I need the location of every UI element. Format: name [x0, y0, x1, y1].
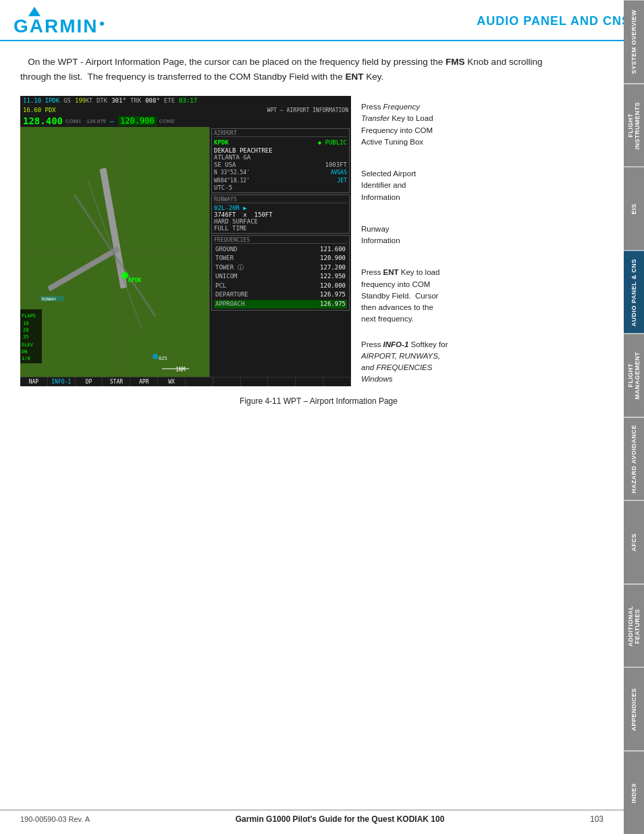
status-trk-label: TRK	[130, 97, 141, 104]
svg-text:FLAPS: FLAPS	[22, 313, 36, 319]
com1-active-freq: 128.400	[23, 115, 63, 126]
airport-lon: W084°18.12'	[214, 177, 250, 184]
softkey-info1[interactable]: INFO-1	[48, 377, 76, 386]
svg-point-21	[153, 354, 158, 359]
airport-utc: UTC-5	[214, 184, 347, 191]
sidebar-tab-appendices[interactable]: APPENDICES	[624, 667, 644, 751]
figure-area: 11.10 IPDK GS 199KT DTK 301° TRK 008° ET…	[20, 96, 610, 391]
com2-standby-freq: 120.900	[118, 116, 157, 126]
airport-lat: N 33°52.54'	[214, 169, 250, 176]
status-dtk-val: 301°	[111, 97, 126, 104]
status-speed: 199KT	[75, 97, 92, 104]
status-pdx: 16.60 PDX	[23, 107, 56, 113]
runways-section-title: RUNWAYS	[214, 197, 347, 203]
softkey-blank5	[296, 377, 323, 386]
softkey-star[interactable]: STAR	[103, 377, 130, 386]
status-ete-val: 03:17	[179, 97, 197, 104]
svg-text:DN: DN	[22, 349, 27, 355]
runway-surface: HARD SURFACE	[214, 218, 347, 225]
sidebar-tab-index[interactable]: INDEX	[624, 751, 644, 835]
airport-city: ATLANTA GA	[214, 154, 347, 161]
runways-section: RUNWAYS 02L-20R ▶ 3746FT x 150FT HARD SU…	[211, 194, 350, 234]
airport-id-row: KPDK ◆ PUBLIC	[214, 138, 347, 147]
frequencies-section-title: FREQUENCIES	[214, 237, 347, 244]
airport-type: ◆ PUBLIC	[318, 138, 347, 147]
softkey-nap[interactable]: NAP	[20, 377, 48, 386]
softkey-wx[interactable]: WX	[158, 377, 186, 386]
svg-text:ELEV: ELEV	[22, 342, 34, 348]
com1-label: COM1	[65, 118, 81, 124]
softkey-blank3	[241, 377, 269, 386]
sidebar-tab-audio-panel[interactable]: AUDIO PANEL & CNS	[624, 251, 644, 334]
main-content: On the WPT - Airport Information Page, t…	[0, 41, 644, 419]
page-header: GARMIN AUDIO PANEL AND CNS	[0, 0, 644, 41]
freq-tower-2: TOWER ⓘ 127.200	[214, 263, 347, 273]
sidebar-tab-additional[interactable]: ADDITIONAL FEATURES	[624, 584, 644, 668]
annotation-runway-info: Runway Information	[361, 224, 500, 247]
display-body: NORTH UP	[20, 127, 351, 377]
svg-text:KPDK: KPDK	[128, 278, 141, 284]
status-gs-label: GS	[63, 97, 71, 104]
standby-freq-prefix: 126.975	[86, 118, 106, 124]
garmin-triangle-icon	[28, 7, 41, 16]
sidebar-tab-hazard[interactable]: HAZARD AVOIDANCE	[624, 417, 644, 501]
status-dtk-label: DTK	[97, 97, 107, 104]
map-area: NORTH UP	[20, 127, 209, 377]
svg-text:28: 28	[23, 328, 28, 333]
freq-tower-1: TOWER 120.900	[214, 254, 347, 263]
com2-label: COM2	[159, 118, 175, 124]
svg-text:RUNWAY: RUNWAY	[42, 296, 57, 301]
frequencies-section: FREQUENCIES GROUND 121.600 TOWER 120.900…	[211, 235, 350, 311]
svg-text:1NM: 1NM	[176, 367, 186, 373]
annotation-info1: Press INFO-1 Softkey for AIRPORT, RUNWAY…	[361, 339, 500, 386]
svg-point-7	[122, 272, 128, 279]
annotation-freq-transfer: Press FrequencyTransfer Key to Load Freq…	[361, 101, 500, 148]
annotations-panel: Press FrequencyTransfer Key to Load Freq…	[351, 96, 500, 391]
sidebar-tab-eis[interactable]: EIS	[624, 167, 644, 251]
freq-departure: DEPARTURE 126.975	[214, 290, 347, 300]
softkey-dp[interactable]: DP	[76, 377, 103, 386]
status-bar-2: 16.60 PDX WPT – AIRPORT INFORMATION	[20, 105, 351, 115]
footer-title: Garmin G1000 Pilot's Guide for the Quest…	[236, 814, 445, 824]
airport-section: AIRPORT KPDK ◆ PUBLIC DEKALB PEACHTREE A…	[211, 128, 350, 193]
annotation-ent-key: Press ENT Key to load frequency into COM…	[361, 267, 500, 325]
garmin-wordmark: GARMIN	[14, 17, 104, 36]
svg-text:025: 025	[159, 356, 167, 361]
airport-name: DEKALB PEACHTREE	[214, 147, 347, 154]
airport-avgas: AVGAS	[331, 169, 347, 176]
status-bar: 11.10 IPDK GS 199KT DTK 301° TRK 008° ET…	[20, 96, 351, 105]
softkey-blank2	[213, 377, 241, 386]
airport-lon-row: W084°18.12' JET	[214, 177, 347, 184]
sidebar-tab-flight-instruments[interactable]: FLIGHT INSTRUMENTS	[624, 84, 644, 167]
freq-pcl: PCL 120.000	[214, 282, 347, 291]
airport-identifier: KPDK	[214, 138, 229, 147]
softkey-blank4	[268, 377, 296, 386]
garmin-logo: GARMIN	[14, 7, 104, 36]
footer-page-number: 103	[590, 814, 603, 824]
softkey-bar: NAP INFO-1 DP STAR APR WX	[20, 377, 351, 386]
airport-elevation: 1003FT	[325, 161, 347, 170]
softkey-apr[interactable]: APR	[130, 377, 158, 386]
fms-bold: FMS	[446, 57, 465, 67]
status-ete-label: ETE	[164, 97, 175, 104]
runway-dimensions: 3746FT x 150FT	[214, 211, 347, 218]
freq-arrows-icon: ↔	[109, 118, 115, 125]
map-svg: KPDK RUNWAY 1NM FLAPS 18 28 35	[20, 127, 209, 377]
freq-ground: GROUND 121.600	[214, 245, 347, 255]
status-wpt: WPT – AIRPORT INFORMATION	[267, 107, 348, 113]
svg-text:1/0: 1/0	[22, 356, 30, 361]
frequency-bar: 128.400 COM1 126.975 ↔ 120.900 COM2	[20, 115, 351, 127]
svg-text:18: 18	[23, 321, 28, 326]
intro-paragraph: On the WPT - Airport Information Page, t…	[20, 55, 574, 84]
status-top-left: 11.10 IPDK	[23, 97, 59, 104]
sidebar: SYSTEM OVERVIEW FLIGHT INSTRUMENTS EIS A…	[624, 0, 644, 834]
sidebar-tab-flight-management[interactable]: FLIGHT MANAGEMENT	[624, 334, 644, 417]
softkey-blank1	[186, 377, 213, 386]
freq-unicom: UNICOM 122.950	[214, 272, 347, 282]
page-footer: 190-00590-03 Rev. A Garmin G1000 Pilot's…	[0, 810, 624, 824]
sidebar-tab-system-overview[interactable]: SYSTEM OVERVIEW	[624, 0, 644, 84]
status-trk-val: 008°	[145, 97, 160, 104]
softkey-blank6	[323, 377, 351, 386]
sidebar-tab-afcs[interactable]: AFCS	[624, 500, 644, 584]
airport-info-panel: AIRPORT KPDK ◆ PUBLIC DEKALB PEACHTREE A…	[209, 127, 351, 377]
